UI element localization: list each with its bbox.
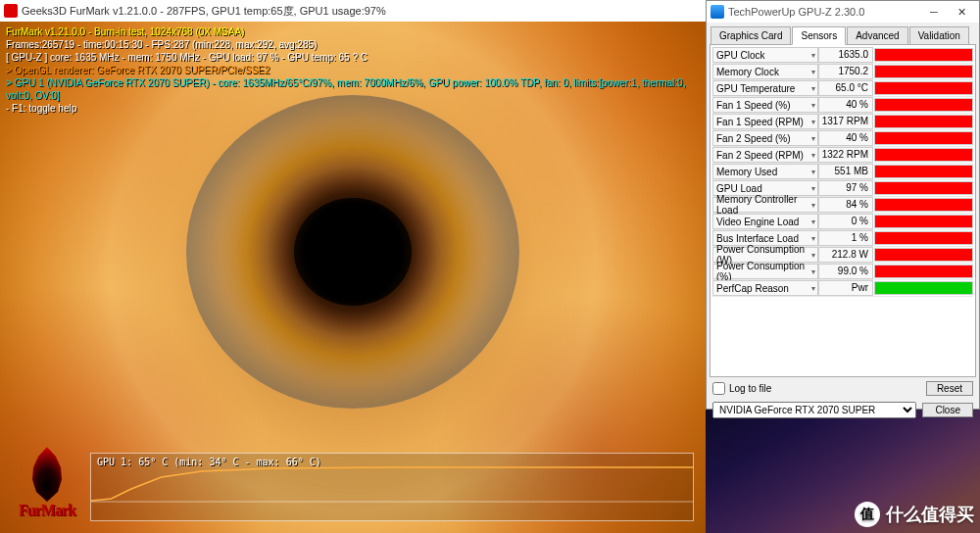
furmark-logo-text: FurMark: [8, 502, 86, 519]
gpuz-window: TechPowerUp GPU-Z 2.30.0 ─ ✕ Graphics Ca…: [706, 0, 980, 410]
sensor-name-dropdown[interactable]: Memory Used: [712, 164, 818, 179]
sensor-name-dropdown[interactable]: Video Engine Load: [712, 214, 818, 229]
sensor-row: GPU Temperature65.0 °C: [712, 80, 973, 97]
overlay-line-frames: Frames:265719 - time:00:15:30 - FPS:287 …: [6, 38, 706, 51]
window-controls: ─ ✕: [920, 2, 975, 22]
tab-validation[interactable]: Validation: [909, 26, 969, 44]
overlay-line-gpuz: [ GPU-Z ] core: 1635 MHz - mem: 1750 MHz…: [6, 51, 706, 64]
sensor-value: 1317 RPM: [818, 114, 873, 129]
render-iris: [186, 95, 519, 409]
sensor-value: 1750.2 MHz: [818, 64, 873, 79]
log-to-file-checkbox[interactable]: Log to file: [712, 382, 771, 395]
sensor-row: Fan 2 Speed (RPM)1322 RPM: [712, 147, 973, 164]
sensor-name-dropdown[interactable]: Fan 1 Speed (RPM): [712, 114, 818, 129]
sensor-graph[interactable]: [874, 281, 973, 295]
sensor-row: Video Engine Load0 %: [712, 214, 973, 230]
sensor-graph[interactable]: [874, 215, 973, 228]
tab-sensors[interactable]: Sensors: [792, 26, 846, 45]
log-to-file-label: Log to file: [729, 383, 771, 394]
gpuz-title: TechPowerUp GPU-Z 2.30.0: [728, 6, 920, 18]
sensor-graph[interactable]: [874, 131, 973, 145]
tab-graphics-card[interactable]: Graphics Card: [710, 26, 791, 44]
sensor-row: Fan 2 Speed (%)40 %: [712, 130, 973, 147]
sensor-name-dropdown[interactable]: Power Consumption (%): [712, 264, 818, 279]
sensor-value: 97 %: [818, 180, 873, 196]
gpuz-titlebar[interactable]: TechPowerUp GPU-Z 2.30.0 ─ ✕: [707, 1, 979, 23]
overlay-line-help: - F1: toggle help: [6, 102, 706, 115]
temperature-graph: GPU 1: 65° C (min: 34° C - max: 66° C): [90, 453, 694, 521]
sensor-name-dropdown[interactable]: GPU Temperature: [712, 80, 818, 96]
overlay-line-title: FurMark v1.21.0.0 - Burn-in test, 1024x7…: [6, 25, 706, 38]
gpu-select[interactable]: NVIDIA GeForce RTX 2070 SUPER: [712, 402, 916, 418]
watermark-text: 什么值得买: [886, 503, 974, 526]
tab-advanced[interactable]: Advanced: [847, 26, 907, 44]
sensor-name-dropdown[interactable]: PerfCap Reason: [712, 280, 818, 296]
sensor-row: Memory Used551 MB: [712, 164, 973, 180]
sensor-graph[interactable]: [874, 248, 973, 262]
sensor-name-dropdown[interactable]: Memory Controller Load: [712, 197, 818, 213]
minimize-button[interactable]: ─: [920, 2, 948, 22]
sensor-value: 99.0 % TDP: [818, 264, 873, 279]
close-button[interactable]: ✕: [948, 2, 975, 22]
furmark-render-area: FurMark v1.21.0.0 - Burn-in test, 1024x7…: [0, 22, 706, 533]
flame-icon: [23, 447, 72, 502]
sensor-graph[interactable]: [874, 181, 973, 195]
sensor-name-dropdown[interactable]: Memory Clock: [712, 64, 818, 79]
sensor-value: 212.8 W: [818, 247, 873, 263]
sensor-row: GPU Clock1635.0 MHz: [712, 47, 973, 64]
overlay-line-renderer: > OpenGL renderer: GeForce RTX 2070 SUPE…: [6, 64, 706, 76]
gpuz-select-row: NVIDIA GeForce RTX 2070 SUPER Close: [707, 400, 979, 424]
sensor-row: Memory Clock1750.2 MHz: [712, 64, 973, 80]
sensor-value: Pwr: [818, 280, 873, 296]
sensor-row: PerfCap ReasonPwr: [712, 280, 973, 297]
graph-line: [91, 463, 693, 503]
sensor-graph[interactable]: [874, 148, 973, 162]
sensor-graph[interactable]: [874, 115, 973, 128]
log-to-file-input[interactable]: [712, 382, 725, 395]
sensor-value: 1 %: [818, 230, 873, 246]
gpuz-tabs: Graphics CardSensorsAdvancedValidation: [707, 23, 979, 44]
sensor-name-dropdown[interactable]: Fan 2 Speed (RPM): [712, 147, 818, 163]
sensor-value: 1322 RPM: [818, 147, 873, 163]
render-pupil: [294, 198, 412, 306]
sensor-graph[interactable]: [874, 81, 973, 95]
watermark-badge-icon: 值: [855, 502, 880, 527]
sensor-name-dropdown[interactable]: GPU Clock: [712, 47, 818, 63]
sensor-row: Fan 1 Speed (RPM)1317 RPM: [712, 114, 973, 130]
sensor-value: 1635.0 MHz: [818, 47, 873, 63]
sensor-value: 0 %: [818, 214, 873, 229]
sensor-graph[interactable]: [874, 65, 973, 78]
sensor-graph[interactable]: [874, 48, 973, 62]
sensor-graph[interactable]: [874, 98, 973, 112]
watermark: 值 什么值得买: [855, 502, 974, 527]
sensor-graph[interactable]: [874, 231, 973, 245]
furmark-title: Geeks3D FurMark v1.21.0.0 - 287FPS, GPU1…: [22, 4, 386, 19]
gpuz-app-icon: [710, 5, 724, 19]
sensor-graph[interactable]: [874, 265, 973, 278]
sensor-value: 84 %: [818, 197, 873, 213]
sensor-row: Fan 1 Speed (%)40 %: [712, 97, 973, 114]
sensor-name-dropdown[interactable]: Fan 1 Speed (%): [712, 97, 818, 113]
sensor-value: 40 %: [818, 130, 873, 146]
furmark-titlebar[interactable]: Geeks3D FurMark v1.21.0.0 - 287FPS, GPU1…: [0, 0, 706, 22]
close-panel-button[interactable]: Close: [922, 403, 973, 417]
furmark-overlay: FurMark v1.21.0.0 - Burn-in test, 1024x7…: [6, 25, 706, 115]
furmark-app-icon: [4, 4, 18, 18]
furmark-window: Geeks3D FurMark v1.21.0.0 - 287FPS, GPU1…: [0, 0, 706, 533]
sensor-row: Memory Controller Load84 %: [712, 197, 973, 214]
sensor-value: 65.0 °C: [818, 80, 873, 96]
sensor-value: 40 %: [818, 97, 873, 113]
sensor-graph[interactable]: [874, 198, 973, 212]
sensor-row: Power Consumption (%)99.0 % TDP: [712, 264, 973, 280]
overlay-line-gpu1: > GPU 1 (NVIDIA GeForce RTX 2070 SUPER) …: [6, 76, 706, 102]
gpuz-sensors-panel[interactable]: GPU Clock1635.0 MHzMemory Clock1750.2 MH…: [710, 44, 976, 377]
sensor-graph[interactable]: [874, 165, 973, 178]
reset-button[interactable]: Reset: [926, 381, 973, 396]
sensor-name-dropdown[interactable]: Fan 2 Speed (%): [712, 130, 818, 146]
gpuz-footer: Log to file Reset: [707, 377, 979, 400]
furmark-logo: FurMark: [8, 447, 86, 519]
sensor-value: 551 MB: [818, 164, 873, 179]
